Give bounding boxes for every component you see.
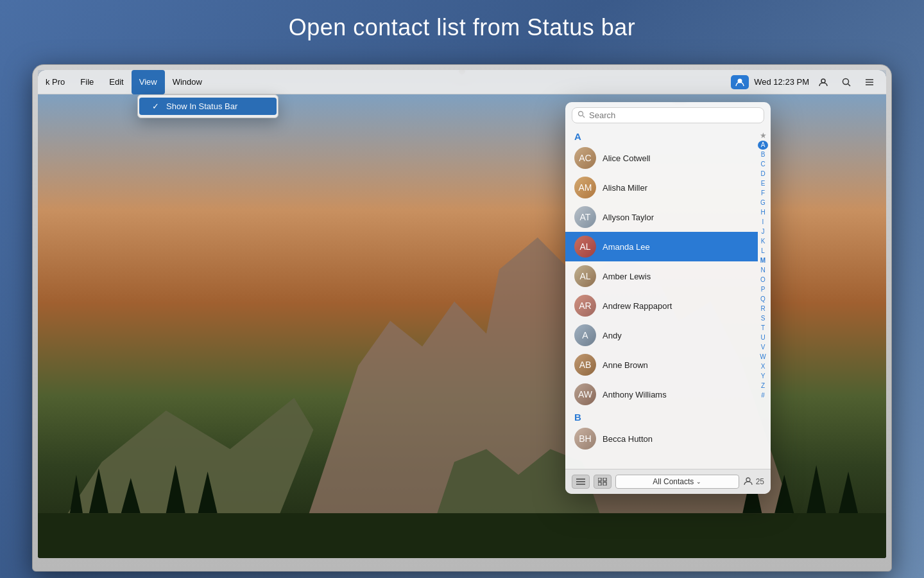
alpha-a[interactable]: A [758,141,768,150]
alpha-c[interactable]: C [758,160,768,169]
alpha-k[interactable]: K [758,237,768,246]
alpha-v[interactable]: V [758,343,768,352]
section-header-a: A [565,128,758,143]
svg-rect-27 [598,482,601,486]
contact-row[interactable]: AL Amber Lewis [565,261,758,291]
avatar: BH [574,428,596,450]
checkmark-icon: ✓ [152,101,161,111]
alpha-star[interactable]: ★ [758,131,768,140]
alpha-i[interactable]: I [758,218,768,227]
avatar: AM [574,177,596,198]
contact-name: Allyson Taylor [603,213,654,222]
contact-name: Anne Brown [603,360,648,370]
alpha-q[interactable]: Q [758,295,768,304]
laptop-frame: k Pro File Edit View Window Wed 12:23 PM [32,64,892,572]
alpha-p[interactable]: P [758,285,768,294]
filter-select-wrap: All Contacts ⌄ [615,475,739,489]
dropdown-item-show-status-bar[interactable]: ✓ Show In Status Bar [139,98,277,115]
alpha-b[interactable]: B [758,150,768,159]
contact-row[interactable]: AB Anne Brown [565,350,758,380]
alpha-n[interactable]: N [758,266,768,275]
alpha-w[interactable]: W [758,353,768,362]
avatar: AB [574,354,596,376]
menu-item-view[interactable]: View [132,70,165,94]
alpha-y[interactable]: Y [758,372,768,381]
alpha-index: ★ A B C D E F G H I J K L M N [758,128,768,469]
avatar: AR [574,295,596,317]
view-list-button[interactable] [572,475,590,489]
list-menubar-icon[interactable] [860,73,878,91]
contact-count-icon [743,477,753,487]
contact-row[interactable]: AW Anthony Williams [565,380,758,409]
alpha-o[interactable]: O [758,276,768,285]
svg-marker-12 [839,471,858,513]
contact-name: Amanda Lee [603,242,650,252]
alpha-l[interactable]: L [758,247,768,256]
contact-list[interactable]: A AC Alice Cotwell AM Alisha Miller AT A… [565,128,771,469]
alpha-r[interactable]: R [758,304,768,313]
alpha-f[interactable]: F [758,189,768,198]
avatar: A [574,324,596,346]
svg-point-15 [843,78,849,84]
alpha-d[interactable]: D [758,170,768,179]
menubar-right: Wed 12:23 PM [731,73,886,91]
alpha-m[interactable]: M [758,256,768,265]
search-bar [565,102,771,128]
contact-name: Becca Hutton [603,434,653,444]
contact-row[interactable]: AT Allyson Taylor [565,202,758,232]
svg-line-21 [583,116,585,118]
avatar: AL [574,236,596,258]
dropdown-menu: ✓ Show In Status Bar [137,94,278,118]
menu-item-file[interactable]: File [73,70,101,94]
section-header-b: B [565,409,758,424]
view-grid-button[interactable] [594,475,612,489]
menubar-time: Wed 12:23 PM [754,77,809,87]
alpha-j[interactable]: J [758,227,768,236]
contact-row-selected[interactable]: AL Amanda Lee [565,232,758,261]
contact-name: Alisha Miller [603,183,647,193]
screen: k Pro File Edit View Window Wed 12:23 PM [38,70,886,558]
filter-select[interactable]: All Contacts ⌄ [615,475,739,489]
search-menubar-icon[interactable] [837,73,855,91]
page-title: Open contact list from Status bar [0,0,924,41]
filter-chevron-icon: ⌄ [696,478,701,485]
contact-row[interactable]: AC Alice Cotwell [565,143,758,173]
alpha-s[interactable]: S [758,314,768,323]
alpha-h[interactable]: H [758,208,768,217]
svg-rect-26 [603,478,606,481]
svg-point-29 [746,478,750,482]
contact-row[interactable]: A Andy [565,320,758,350]
menubar-left: k Pro File Edit View Window [38,70,210,94]
alpha-x[interactable]: X [758,362,768,371]
menubar: k Pro File Edit View Window Wed 12:23 PM [38,70,886,94]
contact-name: Amber Lewis [603,272,651,281]
menu-item-appname[interactable]: k Pro [38,70,73,94]
count-number: 25 [756,477,764,486]
panel-toolbar: All Contacts ⌄ 25 [565,469,771,494]
contacts-icon-bar[interactable] [731,75,749,89]
alpha-hash[interactable]: # [758,391,768,400]
search-icon [578,110,585,120]
menu-item-edit[interactable]: Edit [101,70,131,94]
alpha-u[interactable]: U [758,333,768,342]
avatar: AW [574,383,596,405]
svg-line-16 [848,83,851,86]
alpha-t[interactable]: T [758,324,768,333]
svg-rect-28 [603,482,606,486]
user-icon[interactable] [814,73,832,91]
contact-row[interactable]: AM Alisha Miller [565,173,758,202]
avatar: AT [574,206,596,228]
contact-panel: A AC Alice Cotwell AM Alisha Miller AT A… [565,102,771,494]
svg-rect-3 [38,513,886,558]
menu-item-window[interactable]: Window [165,70,210,94]
contact-count: 25 [743,477,764,487]
alpha-z[interactable]: Z [758,381,768,390]
contact-row[interactable]: BH Becca Hutton [565,424,758,453]
alpha-g[interactable]: G [758,198,768,207]
contact-row[interactable]: AR Andrew Rappaport [565,291,758,320]
alpha-e[interactable]: E [758,179,768,188]
avatar: AC [574,147,596,169]
avatar: AL [574,265,596,287]
svg-rect-25 [598,478,601,481]
search-input[interactable] [589,110,758,120]
